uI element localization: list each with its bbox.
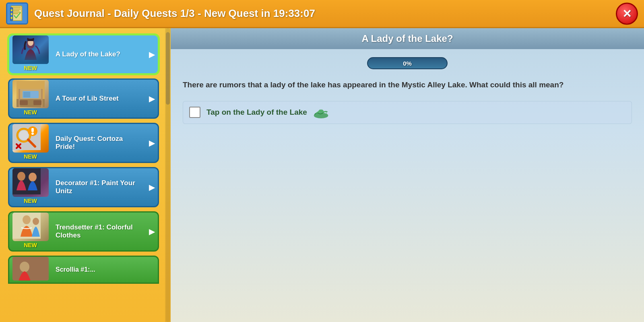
quest-info-painter: Decorator #1: Paint Your Unitz	[52, 168, 146, 206]
svg-rect-4	[12, 12, 20, 12]
main-layout: NEW A Lady of the Lake? ▶	[0, 28, 644, 322]
svg-point-24	[19, 130, 29, 140]
quest-item-trendsetter[interactable]: NEW Trendsetter #1: Colorful Clothes ▶	[8, 211, 159, 252]
svg-point-32	[17, 172, 25, 181]
progress-text: 0%	[403, 60, 412, 67]
quest-thumb-partial	[9, 257, 52, 283]
svg-rect-20	[20, 100, 28, 105]
task-checkbox-0[interactable]	[189, 107, 200, 118]
quest-item-partial[interactable]: Scrollia #1:...	[8, 256, 159, 284]
quest-new-badge-2: NEW	[24, 109, 37, 116]
close-button[interactable]: ✕	[616, 2, 638, 25]
quest-info-cortoza: Daily Quest: Cortoza Pride!	[52, 124, 146, 162]
task-label-0: Tap on the Lady of the Lake	[206, 108, 307, 117]
quest-arrow-3: ▶	[146, 124, 158, 162]
quest-thumb-lady-lake: NEW	[9, 35, 52, 73]
quest-item-lady-lake[interactable]: NEW A Lady of the Lake? ▶	[8, 34, 159, 74]
svg-rect-7	[11, 9, 12, 11]
quest-title-bar: A Lady of the Lake?	[171, 28, 644, 49]
svg-rect-1	[12, 7, 21, 8]
quest-detail-title: A Lady of the Lake?	[361, 33, 453, 44]
quest-thumb-cortoza: NEW	[9, 124, 52, 162]
quest-arrow-2: ▶	[146, 80, 158, 118]
progress-bar: 0%	[367, 57, 448, 69]
svg-rect-5	[12, 13, 18, 14]
quest-thumb-trendsetter: NEW	[9, 213, 52, 250]
quest-arrow-4: ▶	[146, 168, 158, 206]
task-row-0: Tap on the Lady of the Lake	[183, 101, 632, 124]
quest-item-lib-street[interactable]: NEW A Tour of Lib Street ▶	[8, 78, 159, 119]
task-icon-0	[313, 105, 329, 120]
quest-item-cortoza[interactable]: NEW Daily Quest: Cortoza Pride! ▶	[8, 123, 159, 163]
quest-thumb-painter: NEW	[9, 168, 52, 206]
svg-rect-8	[11, 13, 12, 15]
quest-new-badge-1: NEW	[24, 65, 37, 71]
svg-rect-3	[12, 10, 19, 11]
quest-arrow-1: ▶	[146, 35, 158, 73]
quest-info-lady-lake: A Lady of the Lake?	[52, 35, 146, 73]
header-title: Quest Journal - Daily Quests 1/3 - New Q…	[34, 7, 315, 20]
journal-icon	[6, 2, 28, 25]
quest-info-trendsetter: Trendsetter #1: Colorful Clothes	[52, 213, 146, 250]
svg-rect-21	[33, 100, 41, 105]
scrollbar[interactable]	[165, 28, 171, 322]
quest-name-lady-lake: A Lady of the Lake?	[56, 50, 120, 58]
svg-point-35	[23, 215, 31, 224]
svg-point-36	[33, 218, 39, 225]
quest-name-partial: Scrollia #1:...	[56, 266, 95, 273]
svg-rect-31	[12, 168, 41, 194]
svg-point-28	[31, 132, 34, 135]
quest-name-trendsetter: Trendsetter #1: Colorful Clothes	[56, 223, 142, 240]
quest-name-painter: Decorator #1: Paint Your Unitz	[56, 179, 142, 196]
quest-thumb-lib-street: NEW	[9, 80, 52, 118]
quest-sidebar: NEW A Lady of the Lake? ▶	[0, 28, 165, 322]
svg-point-33	[29, 173, 37, 182]
svg-rect-2	[12, 8, 21, 9]
scrollbar-thumb[interactable]	[166, 32, 170, 105]
quest-description: There are rumors that a lady of the lake…	[183, 79, 632, 91]
progress-container: 0%	[183, 57, 632, 69]
svg-rect-9	[11, 17, 12, 19]
header: Quest Journal - Daily Quests 1/3 - New Q…	[0, 0, 644, 28]
svg-rect-37	[12, 257, 49, 281]
quest-name-cortoza: Daily Quest: Cortoza Pride!	[56, 135, 142, 151]
quest-item-painter[interactable]: NEW Decorator #1: Paint Your Unitz ▶	[8, 167, 159, 207]
quest-new-badge-4: NEW	[24, 198, 37, 204]
svg-rect-19	[31, 92, 38, 97]
svg-rect-27	[31, 128, 34, 132]
quest-info-lib-street: A Tour of Lib Street	[52, 80, 146, 118]
quest-name-lib-street: A Tour of Lib Street	[56, 95, 119, 103]
quest-arrow-5: ▶	[146, 213, 158, 250]
quest-content: 0% There are rumors that a lady of the l…	[171, 49, 644, 322]
quest-new-badge-3: NEW	[24, 153, 37, 160]
svg-point-38	[20, 262, 29, 272]
quest-new-badge-5: NEW	[24, 242, 37, 248]
quest-detail-panel: A Lady of the Lake? 0% There are rumors …	[171, 28, 644, 322]
svg-rect-18	[23, 92, 30, 97]
